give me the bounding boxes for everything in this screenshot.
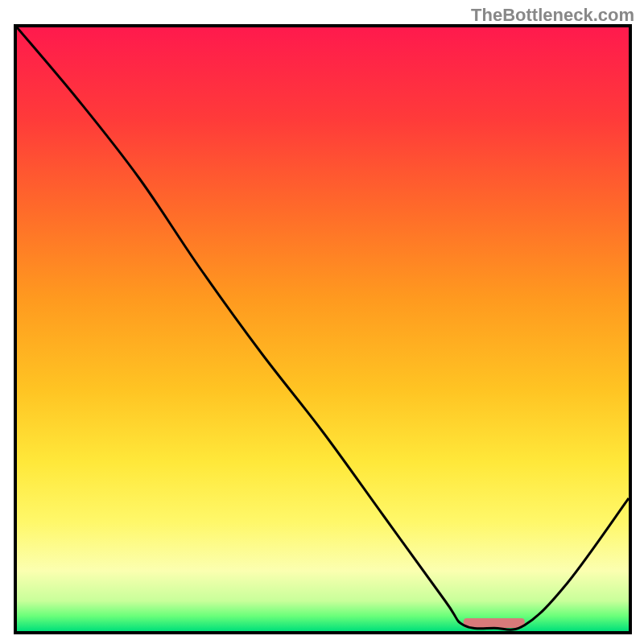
curve-layer bbox=[17, 27, 629, 631]
chart-container: TheBottleneck.com bbox=[0, 0, 644, 644]
watermark-text: TheBottleneck.com bbox=[471, 5, 634, 26]
plot-area bbox=[14, 24, 632, 634]
optimal-marker bbox=[464, 618, 525, 628]
bottleneck-curve bbox=[17, 27, 629, 630]
